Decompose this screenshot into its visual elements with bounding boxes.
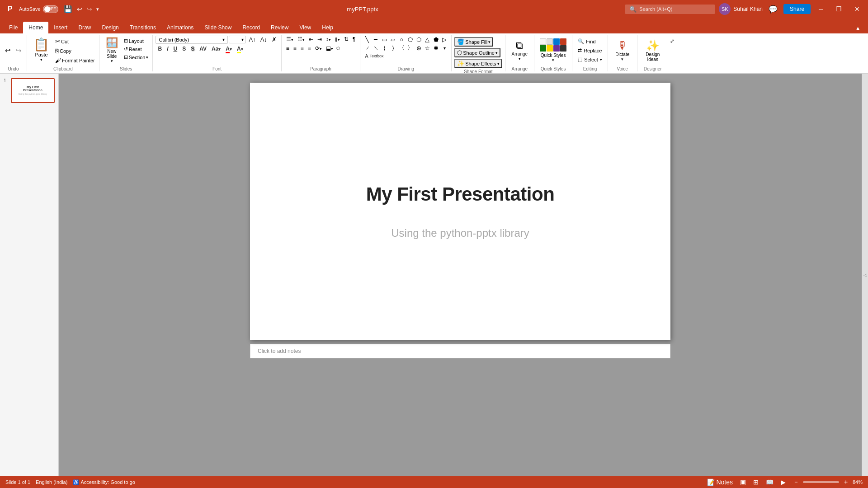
shape-fill-dropdown[interactable]: ▾ xyxy=(488,40,491,44)
shape-fill-button[interactable]: 🪣 Shape Fill ▾ xyxy=(454,37,493,47)
bold-button[interactable]: B xyxy=(156,45,164,53)
font-color-button[interactable]: A▾ xyxy=(223,45,234,53)
increase-indent-button[interactable]: ⇥ xyxy=(316,35,324,43)
zoom-out-button[interactable]: － xyxy=(791,477,801,487)
notes-button[interactable]: 📝 Notes xyxy=(705,478,735,487)
shape-cell-bend2[interactable]: ⟍ xyxy=(372,44,380,52)
dictate-button[interactable]: 🎙 Dictate ▾ xyxy=(611,38,634,63)
paste-dropdown[interactable]: ▾ xyxy=(40,57,42,62)
sort-button[interactable]: ⇅ xyxy=(342,35,350,43)
font-size-box[interactable]: ▾ xyxy=(229,36,246,43)
restore-button[interactable]: ❐ xyxy=(831,4,846,14)
align-right-button[interactable]: ≡ xyxy=(299,44,306,52)
columns-button[interactable]: ⫿▾ xyxy=(333,35,342,43)
tab-draw[interactable]: Draw xyxy=(73,22,96,33)
comments-button[interactable]: 💬 xyxy=(766,4,780,14)
slide-show-button[interactable]: ▶ xyxy=(779,478,788,487)
section-button[interactable]: ⊟ Section ▾ xyxy=(123,53,150,61)
shape-cell-hline[interactable]: ━ xyxy=(372,35,380,43)
shape-cell-line[interactable]: ╲ xyxy=(363,35,371,43)
align-left-button[interactable]: ≡ xyxy=(284,44,291,52)
copy-button[interactable]: ⎘ Copy xyxy=(54,47,96,55)
slide-subtitle[interactable]: Using the python-pptx library xyxy=(391,227,529,239)
share-button[interactable]: Share xyxy=(783,4,811,14)
new-slide-dropdown[interactable]: ▾ xyxy=(111,59,113,63)
zoom-slider[interactable] xyxy=(803,481,839,483)
zoom-level[interactable]: 84% xyxy=(853,479,863,485)
shape-cell-bracket1[interactable]: ⟨ xyxy=(380,44,388,52)
notes-bar[interactable]: Click to add notes xyxy=(250,344,670,358)
align-center-button[interactable]: ≡ xyxy=(292,44,298,52)
quick-styles-button[interactable]: Quick Styles ▾ xyxy=(537,37,569,64)
shape-cell-pentagon[interactable]: ⬠ xyxy=(406,35,414,43)
slide-canvas[interactable]: My First Presentation Using the python-p… xyxy=(250,83,670,340)
line-spacing-button[interactable]: ↕▾ xyxy=(324,35,333,43)
find-button[interactable]: 🔍 Find xyxy=(575,37,598,46)
shape-cell-asterisk[interactable]: ✱ xyxy=(432,44,440,52)
smartart-button[interactable]: ⬡ xyxy=(335,44,341,52)
clear-format-button[interactable]: ✗ xyxy=(270,35,278,44)
shape-cell-bracket2[interactable]: ⟩ xyxy=(389,44,397,52)
save-button[interactable]: 💾 xyxy=(62,4,74,14)
shape-cell-star[interactable]: ☆ xyxy=(423,44,431,52)
shadow-button[interactable]: S xyxy=(189,45,197,53)
undo-ribbon-button[interactable]: ↩ xyxy=(3,45,13,56)
select-button[interactable]: ⬚ Select ▾ xyxy=(575,55,605,64)
bullets-button[interactable]: ☰▾ xyxy=(284,35,295,43)
replace-button[interactable]: ⇄ Replace xyxy=(575,46,604,55)
select-dropdown[interactable]: ▾ xyxy=(600,57,602,62)
shape-cell-diamond[interactable]: ⬟ xyxy=(432,35,440,43)
tab-home[interactable]: Home xyxy=(23,22,48,33)
increase-font-button[interactable]: A↑ xyxy=(247,35,257,44)
font-name-box[interactable]: Calibri (Body) ▾ xyxy=(156,36,228,44)
strikethrough-button[interactable]: S xyxy=(180,45,188,53)
redo-button[interactable]: ↪ xyxy=(85,4,94,14)
arrange-dropdown[interactable]: ▾ xyxy=(519,56,521,61)
italic-button[interactable]: I xyxy=(165,45,170,53)
ribbon-collapse[interactable]: ▲ xyxy=(851,23,864,33)
change-case-button[interactable]: Aa▾ xyxy=(209,45,223,53)
tab-slideshow[interactable]: Slide Show xyxy=(199,22,237,33)
highlight-button[interactable]: A▾ xyxy=(235,45,245,53)
show-hide-button[interactable]: ¶ xyxy=(351,35,357,43)
shape-cell-triangle[interactable]: △ xyxy=(423,35,431,43)
shape-cell-parallelogram[interactable]: ▱ xyxy=(389,35,397,43)
close-button[interactable]: ✕ xyxy=(850,4,864,14)
text-direction-button[interactable]: ⟳▾ xyxy=(313,44,324,52)
tab-record[interactable]: Record xyxy=(237,22,265,33)
autosave-toggle[interactable]: OFF xyxy=(43,5,58,13)
minimize-button[interactable]: ─ xyxy=(814,4,828,14)
tab-design[interactable]: Design xyxy=(96,22,124,33)
tab-file[interactable]: File xyxy=(4,22,23,33)
text-box-button[interactable]: ATextbox xyxy=(363,52,385,60)
tab-animations[interactable]: Animations xyxy=(161,22,199,33)
undo-button[interactable]: ↩ xyxy=(75,4,84,14)
section-dropdown[interactable]: ▾ xyxy=(146,55,148,60)
shape-cell-plus[interactable]: ⊕ xyxy=(415,44,423,52)
tab-transitions[interactable]: Transitions xyxy=(124,22,161,33)
expand-button[interactable]: ⤢ xyxy=(669,37,675,45)
shape-cell-arrow[interactable]: ▷ xyxy=(440,35,448,43)
tab-insert[interactable]: Insert xyxy=(48,22,73,33)
shape-cell-ellipse[interactable]: ○ xyxy=(397,35,406,43)
layout-button[interactable]: ⊞ Layout xyxy=(123,37,150,45)
tab-review[interactable]: Review xyxy=(265,22,294,33)
shape-cell-angle1[interactable]: 〈 xyxy=(397,44,406,52)
shape-cell-angle2[interactable]: 〉 xyxy=(406,44,414,52)
justify-button[interactable]: ≡ xyxy=(306,44,313,52)
reset-button[interactable]: ↺ Reset xyxy=(123,45,150,53)
shape-cell-more[interactable]: ▾ xyxy=(440,44,448,52)
decrease-indent-button[interactable]: ⇤ xyxy=(307,35,315,43)
numbering-button[interactable]: ☷▾ xyxy=(296,35,307,43)
new-slide-button[interactable]: 🪟 NewSlide ▾ xyxy=(102,35,122,65)
shape-outline-dropdown[interactable]: ▾ xyxy=(495,51,498,55)
shape-effects-button[interactable]: ✨ Shape Effects ▾ xyxy=(454,59,502,68)
design-ideas-button[interactable]: ✨ DesignIdeas xyxy=(640,38,665,64)
shape-cell-bend[interactable]: ⟋ xyxy=(363,44,371,52)
cut-button[interactable]: ✂ Cut xyxy=(54,37,96,46)
customize-qa[interactable]: ▾ xyxy=(95,4,100,14)
shape-outline-button[interactable]: ⬡ Shape Outline ▾ xyxy=(454,48,500,57)
zoom-in-button[interactable]: ＋ xyxy=(841,477,851,487)
normal-view-button[interactable]: ▣ xyxy=(738,478,748,487)
shape-effects-dropdown[interactable]: ▾ xyxy=(497,61,500,66)
